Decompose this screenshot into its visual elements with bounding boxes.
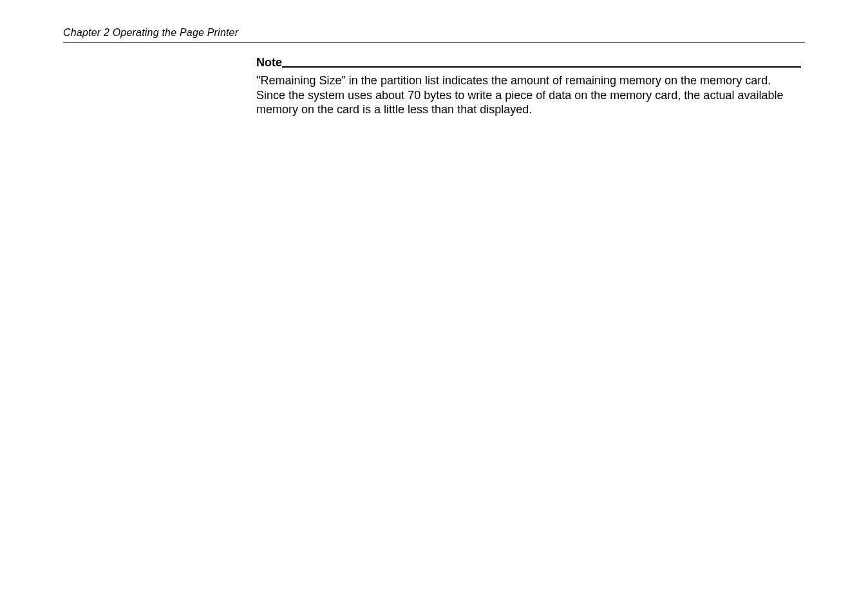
note-body-text: "Remaining Size" in the partition list i…: [256, 73, 801, 117]
note-label: Note: [256, 56, 282, 70]
note-underline: [282, 66, 801, 68]
header-divider: [63, 42, 805, 43]
document-page: Chapter 2 Operating the Page Printer Not…: [0, 0, 868, 144]
chapter-header: Chapter 2 Operating the Page Printer: [63, 27, 805, 39]
body-area: Note "Remaining Size" in the partition l…: [256, 56, 801, 117]
note-heading-row: Note: [256, 56, 801, 70]
